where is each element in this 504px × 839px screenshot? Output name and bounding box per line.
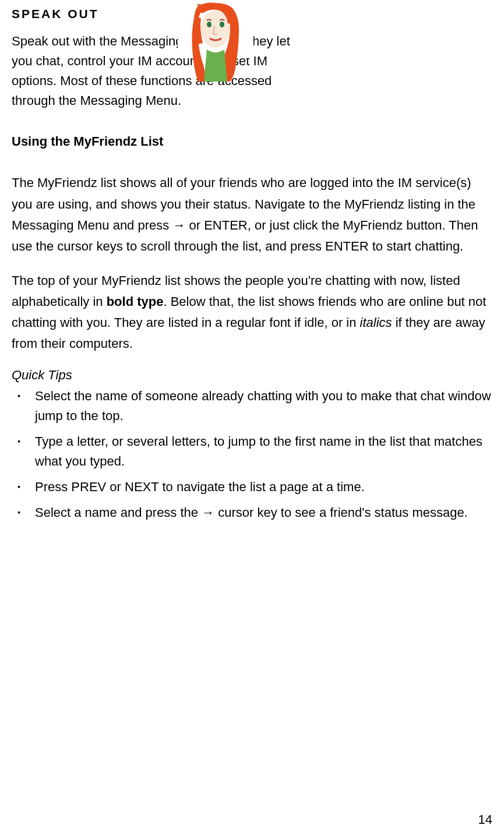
avatar-image xyxy=(178,0,253,84)
para2-italic: italics xyxy=(360,315,392,330)
list-item: Select a name and press the → cursor key… xyxy=(12,503,492,523)
arrow-icon: → xyxy=(172,218,185,232)
svg-point-2 xyxy=(207,22,212,27)
page-number: 14 xyxy=(478,812,492,827)
tips-list: Select the name of someone already chatt… xyxy=(12,386,492,523)
arrow-icon: → xyxy=(202,505,214,520)
svg-point-3 xyxy=(220,22,224,27)
para2-bold: bold type xyxy=(107,294,164,309)
list-item: Select the name of someone already chatt… xyxy=(12,386,492,426)
list-item: Press PREV or NEXT to navigate the list … xyxy=(12,477,492,497)
list-item: Type a letter, or several letters, to ju… xyxy=(12,432,492,471)
paragraph-1: The MyFriendz list shows all of your fri… xyxy=(12,172,492,257)
quick-tips-label: Quick Tips xyxy=(12,368,492,383)
paragraph-2: The top of your MyFriendz list shows the… xyxy=(12,270,492,355)
last-item-part1: Select a name and press the xyxy=(35,505,202,520)
section-heading: Using the MyFriendz List xyxy=(12,134,492,149)
last-item-part2: cursor key to see a friend's status mess… xyxy=(214,505,468,520)
